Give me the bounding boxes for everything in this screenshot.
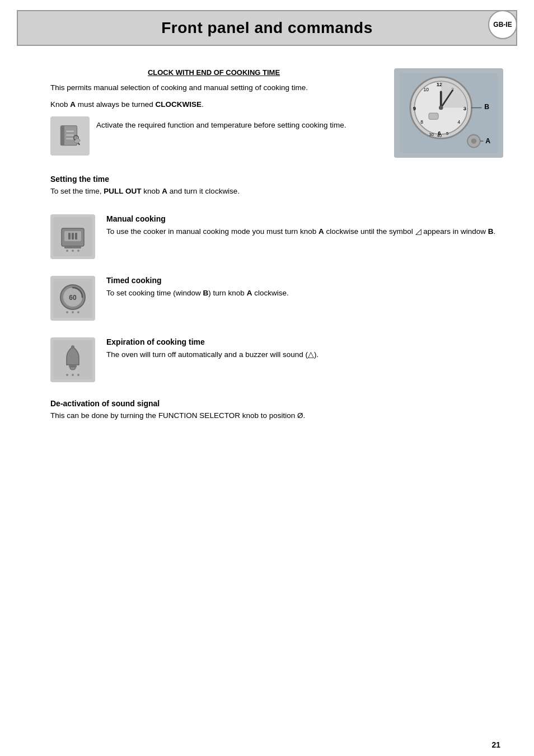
svg-rect-37 xyxy=(64,246,81,248)
timed-cooking-icon: 60 xyxy=(50,276,95,321)
svg-point-53 xyxy=(72,374,74,376)
expiration-text: Expiration of cooking time The oven will… xyxy=(106,337,506,361)
svg-point-38 xyxy=(66,250,68,252)
activate-row: Activate the required function and tempe… xyxy=(50,116,377,156)
svg-rect-35 xyxy=(72,233,74,240)
clock-section: CLOCK WITH END OF COOKING TIME This perm… xyxy=(50,68,506,158)
svg-rect-1 xyxy=(60,125,64,145)
svg-point-40 xyxy=(77,250,79,252)
expiration-section: Expiration of cooking time The oven will… xyxy=(50,337,506,382)
page: Front panel and commands GB-IE CLOCK WIT… xyxy=(0,10,534,756)
svg-text:A: A xyxy=(485,137,490,145)
clock-text: CLOCK WITH END OF COOKING TIME This perm… xyxy=(50,68,377,158)
svg-text:10: 10 xyxy=(424,87,429,92)
svg-text:B: B xyxy=(484,103,489,111)
gb-ie-badge: GB-IE xyxy=(488,10,517,39)
clock-paragraph1: This permits manual selection of cooking… xyxy=(50,82,377,93)
svg-text:30: 30 xyxy=(429,132,434,137)
content-area: CLOCK WITH END OF COOKING TIME This perm… xyxy=(0,46,534,439)
manual-cooking-body: To use the cooker in manual cooking mode… xyxy=(106,226,506,238)
manual-cooking-section: Manual cooking To use the cooker in manu… xyxy=(50,214,506,259)
svg-text:4: 4 xyxy=(458,119,461,125)
notebook-icon-wrap xyxy=(50,116,90,156)
svg-point-50 xyxy=(70,367,76,370)
page-header: Front panel and commands GB-IE xyxy=(17,10,517,46)
timed-cooking-body: To set cooking time (window B) turn knob… xyxy=(106,288,506,299)
clock-image: 12 3 6 9 10 2 4 8 30 40 5 xyxy=(394,68,506,158)
svg-point-46 xyxy=(72,311,74,313)
activate-note: Activate the required function and tempe… xyxy=(96,120,346,132)
svg-text:8: 8 xyxy=(420,119,423,125)
timed-cooking-title: Timed cooking xyxy=(106,276,506,285)
svg-text:60: 60 xyxy=(69,294,77,302)
deactivation-body: This can be done by turning the FUNCTION… xyxy=(50,410,506,422)
svg-point-52 xyxy=(66,374,68,376)
timed-cooking-text: Timed cooking To set cooking time (windo… xyxy=(106,276,506,299)
svg-rect-36 xyxy=(75,233,77,240)
clock-diagram: 12 3 6 9 10 2 4 8 30 40 5 xyxy=(394,68,503,158)
expiration-title: Expiration of cooking time xyxy=(106,337,506,346)
setting-time-body: To set the time, PULL OUT knob A and tur… xyxy=(50,186,506,198)
setting-time-title: Setting the time xyxy=(50,175,506,184)
expiration-body: The oven will turn off automatically and… xyxy=(106,349,506,361)
svg-point-23 xyxy=(439,106,443,110)
svg-rect-24 xyxy=(429,113,438,119)
svg-point-51 xyxy=(71,345,74,349)
svg-text:9: 9 xyxy=(413,105,416,111)
svg-point-54 xyxy=(77,374,79,376)
notebook-icon xyxy=(50,116,90,156)
svg-point-45 xyxy=(66,311,68,313)
deactivation-title: De-activation of sound signal xyxy=(50,399,506,408)
timed-cooking-section: 60 Timed cooking To set cooking time (wi… xyxy=(50,276,506,321)
deactivation-section: De-activation of sound signal This can b… xyxy=(50,399,506,422)
manual-cooking-icon xyxy=(50,214,95,259)
manual-cooking-text: Manual cooking To use the cooker in manu… xyxy=(106,214,506,238)
page-number: 21 xyxy=(491,740,500,749)
svg-rect-34 xyxy=(68,233,71,240)
setting-time-section: Setting the time To set the time, PULL O… xyxy=(50,175,506,198)
clock-section-title: CLOCK WITH END OF COOKING TIME xyxy=(50,68,377,77)
svg-text:40: 40 xyxy=(437,133,442,138)
page-title: Front panel and commands xyxy=(29,19,505,37)
svg-point-28 xyxy=(471,138,476,143)
knob-note: Knob A must always be turned CLOCKWISE. xyxy=(50,99,377,110)
svg-point-39 xyxy=(72,250,74,252)
svg-text:5: 5 xyxy=(446,131,448,136)
svg-point-47 xyxy=(77,311,79,313)
expiration-icon xyxy=(50,337,95,382)
manual-cooking-title: Manual cooking xyxy=(106,214,506,223)
